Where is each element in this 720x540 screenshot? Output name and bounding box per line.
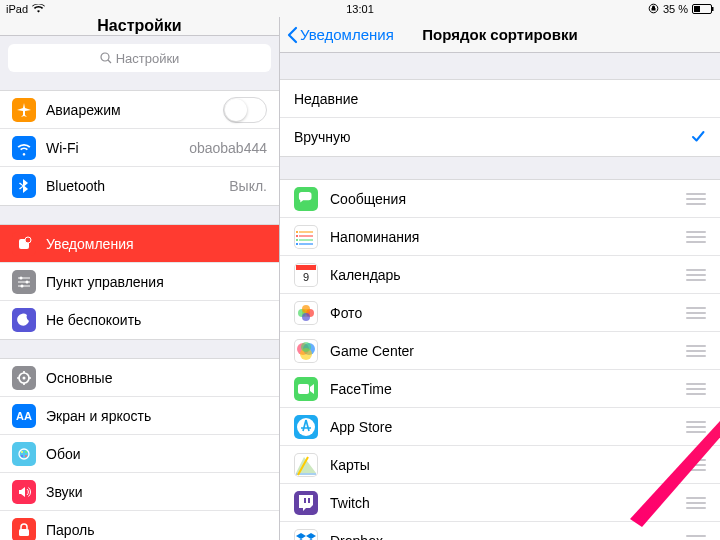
svg-point-43 bbox=[302, 305, 310, 313]
app-row[interactable]: Dropbox bbox=[280, 522, 720, 540]
drag-handle-icon[interactable] bbox=[686, 345, 706, 357]
svg-point-23 bbox=[25, 451, 27, 453]
sidebar-item-label: Пароль bbox=[46, 522, 95, 538]
app-row[interactable]: Game Center bbox=[280, 332, 720, 370]
toggle-switch[interactable] bbox=[223, 97, 267, 123]
checkmark-icon bbox=[690, 128, 706, 147]
drag-handle-icon[interactable] bbox=[686, 383, 706, 395]
svg-text:9: 9 bbox=[303, 271, 309, 283]
wifi-icon bbox=[12, 136, 36, 160]
drag-handle-icon[interactable] bbox=[686, 231, 706, 243]
svg-point-36 bbox=[296, 243, 298, 245]
app-row[interactable]: Карты bbox=[280, 446, 720, 484]
sort-option-row[interactable]: Вручную bbox=[280, 118, 720, 156]
app-label: App Store bbox=[330, 419, 392, 435]
app-icon bbox=[294, 339, 318, 363]
drag-handle-icon[interactable] bbox=[686, 497, 706, 509]
app-row[interactable]: Фото bbox=[280, 294, 720, 332]
app-row[interactable]: Сообщения bbox=[280, 180, 720, 218]
drag-handle-icon[interactable] bbox=[686, 421, 706, 433]
device-label: iPad bbox=[6, 3, 28, 15]
drag-handle-icon[interactable] bbox=[686, 307, 706, 319]
app-row[interactable]: 9Календарь bbox=[280, 256, 720, 294]
app-row[interactable]: Напоминания bbox=[280, 218, 720, 256]
app-label: Game Center bbox=[330, 343, 414, 359]
svg-rect-37 bbox=[296, 265, 316, 270]
sidebar-item-label: Обои bbox=[46, 446, 81, 462]
svg-point-15 bbox=[23, 376, 26, 379]
sidebar-item-value: Выкл. bbox=[229, 178, 267, 194]
search-input[interactable]: Настройки bbox=[8, 44, 271, 72]
display-icon: AA bbox=[12, 404, 36, 428]
sidebar-item-notifications[interactable]: Уведомления bbox=[0, 225, 279, 263]
sidebar-item-label: Авиарежим bbox=[46, 102, 121, 118]
sidebar-item-passcode[interactable]: Пароль bbox=[0, 511, 279, 540]
app-icon bbox=[294, 377, 318, 401]
sort-option-label: Недавние bbox=[294, 91, 358, 107]
svg-point-7 bbox=[25, 237, 31, 243]
sidebar-item-bluetooth[interactable]: BluetoothВыкл. bbox=[0, 167, 279, 205]
svg-point-24 bbox=[25, 455, 27, 457]
drag-handle-icon[interactable] bbox=[686, 459, 706, 471]
sidebar-item-general[interactable]: Основные bbox=[0, 359, 279, 397]
app-label: Календарь bbox=[330, 267, 401, 283]
sidebar-item-wallpaper[interactable]: Обои bbox=[0, 435, 279, 473]
passcode-icon bbox=[12, 518, 36, 541]
bluetooth-icon bbox=[12, 174, 36, 198]
sidebar-item-display[interactable]: AAЭкран и яркость bbox=[0, 397, 279, 435]
app-row[interactable]: Twitch bbox=[280, 484, 720, 522]
detail-content[interactable]: НедавниеВручную СообщенияНапоминания9Кал… bbox=[280, 53, 720, 540]
status-right: 35 % bbox=[648, 3, 714, 15]
sidebar-item-sounds[interactable]: Звуки bbox=[0, 473, 279, 511]
chevron-left-icon bbox=[286, 26, 298, 44]
drag-handle-icon[interactable] bbox=[686, 193, 706, 205]
sidebar-item-label: Уведомления bbox=[46, 236, 134, 252]
detail-header: Уведомления Порядок сортировки bbox=[280, 17, 720, 53]
battery-icon bbox=[692, 4, 714, 14]
svg-point-34 bbox=[296, 235, 298, 237]
sort-option-row[interactable]: Недавние bbox=[280, 80, 720, 118]
svg-point-22 bbox=[21, 451, 23, 453]
back-label: Уведомления bbox=[300, 26, 394, 43]
app-icon bbox=[294, 453, 318, 477]
svg-point-33 bbox=[296, 231, 298, 233]
status-time: 13:01 bbox=[346, 3, 374, 15]
dnd-icon bbox=[12, 308, 36, 332]
search-container: Настройки bbox=[0, 36, 279, 80]
sidebar-group: АвиарежимWi-Fiobaobab444BluetoothВыкл. bbox=[0, 90, 279, 206]
sort-options-group: НедавниеВручную bbox=[280, 79, 720, 157]
sidebar-item-label: Пункт управления bbox=[46, 274, 164, 290]
sidebar-item-airplane[interactable]: Авиарежим bbox=[0, 91, 279, 129]
general-icon bbox=[12, 366, 36, 390]
sidebar-item-wifi[interactable]: Wi-Fiobaobab444 bbox=[0, 129, 279, 167]
app-label: Карты bbox=[330, 457, 370, 473]
sidebar-item-label: Bluetooth bbox=[46, 178, 105, 194]
app-label: Twitch bbox=[330, 495, 370, 511]
wifi-status-icon bbox=[32, 4, 45, 13]
sidebar-item-label: Звуки bbox=[46, 484, 83, 500]
app-list-group: СообщенияНапоминания9КалендарьФотоGame C… bbox=[280, 179, 720, 540]
wallpaper-icon bbox=[12, 442, 36, 466]
notifications-icon bbox=[12, 232, 36, 256]
sidebar-item-label: Wi-Fi bbox=[46, 140, 79, 156]
app-row[interactable]: App Store bbox=[280, 408, 720, 446]
app-icon bbox=[294, 301, 318, 325]
sidebar-group: ОсновныеAAЭкран и яркостьОбоиЗвукиПароль… bbox=[0, 358, 279, 540]
sidebar-item-control-center[interactable]: Пункт управления bbox=[0, 263, 279, 301]
svg-rect-2 bbox=[694, 6, 700, 12]
detail-title: Порядок сортировки bbox=[422, 26, 577, 43]
svg-text:AA: AA bbox=[16, 410, 32, 422]
drag-handle-icon[interactable] bbox=[686, 535, 706, 541]
sidebar-item-label: Экран и яркость bbox=[46, 408, 151, 424]
sidebar-item-dnd[interactable]: Не беспокоить bbox=[0, 301, 279, 339]
sidebar-title: Настройки bbox=[0, 17, 279, 36]
back-button[interactable]: Уведомления bbox=[280, 26, 394, 44]
drag-handle-icon[interactable] bbox=[686, 269, 706, 281]
svg-point-42 bbox=[302, 313, 310, 321]
app-row[interactable]: FaceTime bbox=[280, 370, 720, 408]
app-icon bbox=[294, 529, 318, 541]
app-label: FaceTime bbox=[330, 381, 392, 397]
app-label: Dropbox bbox=[330, 533, 383, 541]
control-center-icon bbox=[12, 270, 36, 294]
app-icon bbox=[294, 187, 318, 211]
